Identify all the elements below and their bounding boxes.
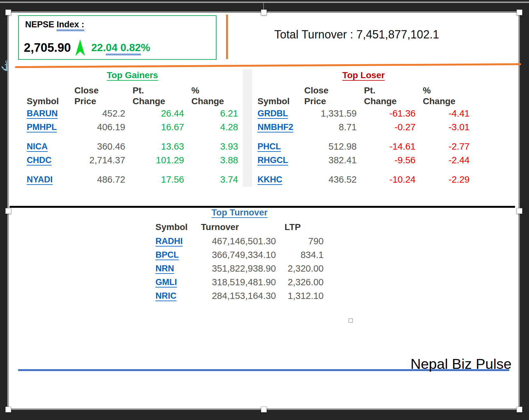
selection-handle-middle-left[interactable] (5, 208, 11, 214)
turnover-value: 366,749,334.10 (197, 250, 276, 260)
pt-change: 16.67 (125, 122, 184, 132)
turnover-value: 351,822,938.90 (197, 263, 276, 274)
pt-change: 17.56 (125, 174, 184, 185)
symbol-link[interactable]: NRIC (155, 291, 176, 301)
symbol-link[interactable]: NMBHF2 (258, 122, 293, 132)
close-price: 382.41 (302, 155, 357, 166)
pt-change: -0.27 (357, 122, 416, 132)
ltp-value: 2,326.00 (276, 277, 324, 288)
pct-change: 4.28 (184, 122, 238, 132)
symbol-link[interactable]: GRDBL (258, 109, 288, 118)
top-losers-table: Top Loser Symbol ClosePrice Pt.Change %C… (258, 70, 470, 186)
pt-change: -61.36 (357, 108, 416, 119)
close-price: 486.72 (74, 174, 125, 185)
close-price: 360.46 (74, 141, 125, 152)
ltp-value: 2,320.00 (276, 263, 324, 274)
column-header-pct-change: %Change (416, 83, 470, 107)
symbol-link[interactable]: NRN (155, 264, 174, 273)
nepse-label-underlined: Index : (57, 20, 84, 29)
close-price: 512.98 (302, 141, 357, 152)
symbol-link[interactable]: RADHI (155, 236, 183, 246)
table-row: KKHC 436.52 -10.24 -2.29 (258, 173, 470, 186)
turnover-value: 284,153,164.30 (197, 291, 276, 301)
ltp-value: 790 (276, 236, 324, 247)
table-row: GRDBL 1,331.59 -61.36 -4.41 (258, 107, 470, 120)
table-row: RADHI 467,146,501.30 790 (155, 234, 324, 248)
close-price: 452.2 (74, 108, 125, 119)
orange-horizontal-divider (15, 63, 521, 68)
close-price: 406.19 (74, 122, 125, 132)
pct-change: -2.77 (416, 141, 470, 152)
symbol-link[interactable]: GMLI (155, 277, 177, 287)
ltp-value: 834.1 (276, 250, 324, 260)
column-header-close-price: ClosePrice (74, 83, 125, 107)
total-turnover-text: Total Turnover : 7,451,877,102.1 (260, 28, 454, 41)
top-gainers-title: Top Gainers (27, 70, 238, 83)
top-turnover-table: Top Turnover Symbol Turnover LTP RADHI 4… (155, 207, 324, 303)
turnover-value: 467,146,501.30 (197, 236, 276, 247)
symbol-link[interactable]: PMHPL (27, 122, 57, 132)
top-gainers-header-row: Symbol ClosePrice Pt.Change %Change (27, 83, 238, 107)
top-turnover-header-row: Symbol Turnover LTP (155, 220, 324, 234)
change-suffix: % (141, 42, 150, 53)
close-price: 436.52 (302, 174, 357, 185)
pct-change: -4.41 (416, 108, 470, 119)
column-header-pct-change: %Change (184, 83, 238, 107)
symbol-link[interactable]: BPCL (155, 250, 179, 260)
close-price: 1,331.59 (302, 108, 357, 119)
selection-handle-bottom-center[interactable] (261, 407, 267, 412)
close-price: 8.71 (302, 122, 357, 132)
symbol-link[interactable]: RHGCL (258, 155, 288, 165)
pct-change: -2.29 (416, 174, 470, 185)
ltp-value: 1,312.10 (276, 291, 324, 301)
selection-handle-top-right[interactable] (517, 10, 522, 15)
selection-handle-bottom-left[interactable] (5, 407, 11, 412)
column-header-symbol: Symbol (155, 220, 197, 234)
top-gainers-table: Top Gainers Symbol ClosePrice Pt.Change … (27, 70, 238, 186)
pct-change: 3.93 (184, 141, 238, 152)
selection-handle-top-left[interactable] (5, 10, 11, 15)
row-spacer (27, 167, 238, 173)
symbol-link[interactable]: BARUN (27, 109, 58, 118)
table-row: NRIC 284,153,164.30 1,312.10 (155, 289, 324, 303)
selection-handle-top-center[interactable] (261, 10, 267, 15)
symbol-link[interactable]: CHDC (27, 155, 52, 165)
symbol-link[interactable]: NYADI (27, 175, 53, 184)
table-row: NICA 360.46 13.63 3.93 (27, 140, 238, 153)
pt-change: -14.61 (357, 141, 416, 152)
row-spacer (27, 134, 238, 140)
symbol-link[interactable]: KKHC (258, 175, 282, 184)
selection-handle-bottom-right[interactable] (517, 407, 522, 412)
pt-change: 101.29 (125, 155, 184, 166)
small-square-marker (348, 318, 353, 323)
close-price: 2,714.37 (74, 155, 125, 166)
column-header-ltp: LTP (276, 220, 324, 234)
top-turnover-title: Top Turnover (155, 207, 324, 220)
orange-vertical-divider (226, 15, 228, 59)
table-row: CHDC 2,714.37 101.29 3.88 (27, 153, 238, 167)
column-header-turnover: Turnover (197, 220, 276, 234)
turnover-value: 318,519,481.90 (197, 277, 276, 288)
nepse-index-reading: 2,705.90 22.04 0.82% (24, 39, 150, 56)
change-prefix: 22. (91, 42, 106, 53)
pt-change: 13.63 (125, 141, 184, 152)
table-row: RHGCL 382.41 -9.56 -2.44 (258, 153, 470, 167)
row-spacer (258, 134, 470, 140)
pt-change: 26.44 (125, 108, 184, 119)
table-row: NYADI 486.72 17.56 3.74 (27, 173, 238, 186)
slide-content-area: NEPSE Index : 2,705.90 22.04 0.82% Total… (8, 12, 519, 409)
table-row: BARUN 452.2 26.44 6.21 (27, 107, 238, 120)
symbol-link[interactable]: PHCL (258, 142, 281, 151)
nepse-index-box: NEPSE Index : 2,705.90 22.04 0.82% (18, 15, 216, 60)
pt-change: -9.56 (357, 155, 416, 166)
column-header-pt-change: Pt.Change (125, 83, 184, 107)
symbol-link[interactable]: NICA (27, 142, 48, 151)
pct-change: -3.01 (416, 122, 470, 132)
selection-handle-middle-right[interactable] (517, 208, 522, 214)
pct-change: -2.44 (416, 155, 470, 166)
pt-change: -10.24 (357, 174, 416, 185)
nepse-index-label: NEPSE Index : (25, 20, 84, 30)
table-row: NMBHF2 8.71 -0.27 -3.01 (258, 120, 470, 134)
pct-change: 3.74 (184, 174, 238, 185)
top-losers-header-row: Symbol ClosePrice Pt.Change %Change (258, 83, 470, 107)
